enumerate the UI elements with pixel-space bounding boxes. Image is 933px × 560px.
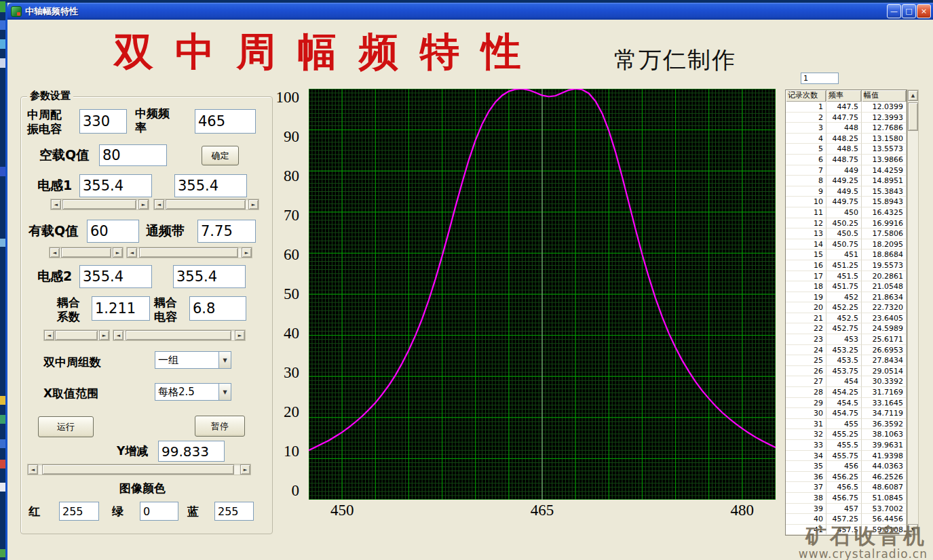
scroll-left-arrow[interactable]: ◄ (113, 330, 123, 340)
table-row[interactable]: 33455.539.9631 (786, 440, 907, 451)
table-row[interactable]: 13450.517.5806 (786, 228, 907, 239)
table-row[interactable]: 3145536.3592 (786, 419, 907, 430)
table-row[interactable]: 29454.533.1645 (786, 398, 907, 409)
scroll-up-arrow[interactable]: ▲ (908, 90, 918, 101)
table-row[interactable]: 16451.2519.5573 (786, 260, 907, 271)
inductance1-input-b[interactable] (174, 174, 247, 197)
coupling-coefficient-input[interactable] (92, 296, 150, 321)
table-row[interactable]: 9449.515.3843 (786, 186, 907, 197)
table-row[interactable]: 8449.2514.8951 (786, 176, 907, 186)
inductance2-input-a[interactable] (79, 265, 152, 288)
red-value-input[interactable] (59, 502, 99, 521)
inductance1-scrollbar-right[interactable]: ◄► (153, 199, 259, 210)
table-row[interactable]: 10449.7515.8943 (786, 197, 907, 207)
coupling-capacitor-input[interactable] (189, 296, 246, 321)
scroll-thumb[interactable] (55, 330, 98, 340)
coupling-scrollbar-left[interactable]: ◄► (43, 329, 110, 341)
table-row[interactable]: 30454.7534.7119 (786, 408, 907, 419)
scroll-right-arrow[interactable]: ► (242, 247, 252, 258)
resonant-cap-input[interactable] (79, 109, 127, 134)
table-row[interactable]: 5448.513.5573 (786, 144, 907, 155)
scroll-right-arrow[interactable]: ► (113, 247, 123, 258)
table-row[interactable]: 2345325.6171 (786, 334, 907, 345)
inductance1-input-a[interactable] (79, 174, 152, 197)
table-row[interactable]: 22452.7524.5989 (786, 323, 907, 334)
scroll-track[interactable] (60, 247, 113, 258)
scroll-track[interactable] (38, 464, 240, 475)
scroll-left-arrow[interactable]: ◄ (51, 199, 61, 209)
scroll-track[interactable] (123, 330, 235, 340)
table-row[interactable]: 37456.548.6087 (786, 482, 907, 493)
table-row[interactable]: 34455.7541.9398 (786, 451, 907, 462)
table-row[interactable]: 4448.2513.1580 (786, 134, 907, 144)
scroll-right-arrow[interactable]: ► (240, 464, 250, 475)
record-index-input[interactable] (801, 73, 839, 84)
loaded-q-input[interactable] (87, 220, 139, 243)
table-row[interactable]: 38456.7551.0845 (786, 493, 907, 504)
table-row[interactable]: 17451.520.2861 (786, 271, 907, 282)
scroll-left-arrow[interactable]: ◄ (50, 247, 60, 258)
table-row[interactable]: 25453.527.8434 (786, 355, 907, 366)
y-adjust-scrollbar[interactable]: ◄► (27, 464, 251, 475)
table-row[interactable]: 14450.7518.2095 (786, 239, 907, 250)
table-scrollbar[interactable]: ▲ ▼ (907, 89, 919, 536)
table-row[interactable]: 744914.4259 (786, 165, 907, 176)
scroll-right-arrow[interactable]: ► (235, 330, 245, 340)
table-row[interactable]: 1545118.8684 (786, 249, 907, 260)
inductance2-input-b[interactable] (173, 265, 246, 288)
table-row[interactable]: 21452.523.6405 (786, 313, 907, 324)
group-count-combobox[interactable]: 一组 ▼ (155, 351, 231, 369)
table-row[interactable]: 3945753.7002 (786, 504, 907, 515)
scroll-track[interactable] (54, 330, 99, 340)
table-row[interactable]: 36456.2546.2526 (786, 472, 907, 483)
table-row[interactable]: 18451.7521.0548 (786, 281, 907, 292)
scroll-right-arrow[interactable]: ► (138, 199, 149, 209)
table-header-cell[interactable]: 频率 (826, 90, 862, 102)
scroll-thumb[interactable] (42, 464, 234, 475)
table-row[interactable]: 26453.7529.0514 (786, 366, 907, 377)
bandwidth-input[interactable] (197, 220, 256, 243)
table-row[interactable]: 2447.7512.3993 (786, 113, 907, 123)
pause-button[interactable]: 暂停 (195, 416, 245, 437)
table-row[interactable]: 32455.2538.1063 (786, 429, 907, 440)
scroll-track[interactable] (137, 247, 242, 258)
bandwidth-scrollbar-right[interactable]: ◄► (126, 247, 252, 258)
scroll-right-arrow[interactable]: ► (99, 330, 109, 340)
table-row[interactable]: 1945221.8634 (786, 292, 907, 303)
scroll-track[interactable] (164, 199, 248, 209)
table-scroll-track[interactable] (908, 101, 918, 524)
scroll-track[interactable] (61, 199, 138, 209)
scroll-right-arrow[interactable]: ► (248, 199, 259, 209)
table-header-cell[interactable]: 记录次数 (786, 90, 826, 102)
table-row[interactable]: 2745430.3392 (786, 376, 907, 387)
table-row[interactable]: 12450.2516.9916 (786, 218, 907, 229)
scroll-left-arrow[interactable]: ◄ (154, 199, 164, 209)
table-row[interactable]: 6448.7513.9866 (786, 155, 907, 165)
table-row[interactable]: 1145016.4325 (786, 207, 907, 218)
group-count-dropdown-button[interactable]: ▼ (218, 352, 231, 368)
confirm-button[interactable]: 确定 (202, 146, 239, 165)
scroll-thumb[interactable] (62, 199, 136, 209)
scroll-left-arrow[interactable]: ◄ (28, 464, 38, 475)
scroll-thumb[interactable] (139, 247, 238, 258)
table-row[interactable]: 3545644.0363 (786, 461, 907, 472)
table-header-cell[interactable]: 幅值 (862, 90, 907, 102)
table-row[interactable]: 1447.512.0399 (786, 102, 907, 113)
table-row[interactable]: 344812.7686 (786, 123, 907, 134)
x-range-dropdown-button[interactable]: ▼ (218, 384, 231, 400)
scroll-thumb[interactable] (126, 330, 231, 340)
table-row[interactable]: 28454.2531.7169 (786, 387, 907, 398)
table-row[interactable]: 24453.2526.6953 (786, 345, 907, 356)
inductance1-scrollbar-left[interactable]: ◄► (50, 199, 149, 210)
blue-value-input[interactable] (214, 502, 254, 521)
coupling-scrollbar-right[interactable]: ◄► (113, 329, 246, 341)
table-scroll-thumb[interactable] (908, 102, 918, 131)
scroll-thumb[interactable] (61, 247, 111, 258)
scroll-left-arrow[interactable]: ◄ (44, 330, 54, 340)
y-adjust-input[interactable] (158, 441, 225, 462)
run-button[interactable]: 运行 (38, 416, 94, 437)
if-frequency-input[interactable] (195, 109, 256, 134)
green-value-input[interactable] (140, 502, 178, 521)
table-row[interactable]: 20452.2522.7320 (786, 302, 907, 313)
scroll-thumb[interactable] (166, 199, 246, 209)
